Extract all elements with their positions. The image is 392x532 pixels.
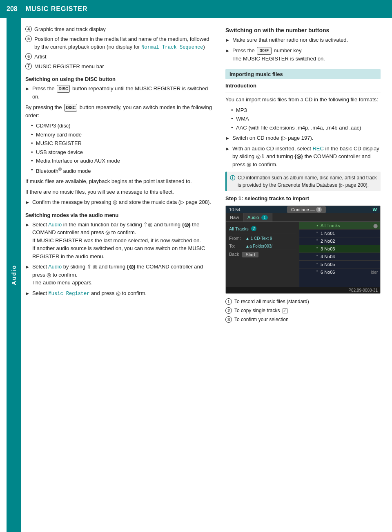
track-indicator: " bbox=[302, 270, 318, 275]
disc-arrow-item-2: ► Confirm the message by pressing ◎ and … bbox=[25, 198, 216, 206]
cap-num-1: 1 bbox=[225, 298, 232, 305]
arrow-icon: ► bbox=[25, 199, 30, 206]
list-item: 4 Graphic time and track display bbox=[25, 25, 216, 34]
import-arrow-text-1: Switch on CD mode (▷ page 197). bbox=[232, 134, 381, 142]
arrow-icon: ► bbox=[225, 145, 230, 152]
screen-track-row: " 6 No06 lder bbox=[299, 268, 380, 276]
track-indicator: • bbox=[302, 223, 318, 228]
screen-track-row: " 1 No01 bbox=[299, 230, 380, 237]
cap-text-1: To record all music files (standard) bbox=[234, 298, 309, 305]
section-importing-heading: Importing music files bbox=[225, 69, 381, 79]
arrow-icon: ► bbox=[25, 264, 30, 270]
track-name: 6 No06 bbox=[321, 270, 335, 275]
divider bbox=[225, 92, 381, 92]
dot-item: Media Interface or audio AUX mode bbox=[31, 157, 216, 165]
track-name: 5 No05 bbox=[321, 262, 335, 267]
screen-from-row: From: ▲ 1 CD-Text 9 bbox=[229, 235, 296, 242]
disc-button-2: DISC bbox=[64, 104, 77, 112]
track-name: 1 No01 bbox=[321, 231, 335, 236]
caption-list: 1 To record all music files (standard) 2… bbox=[225, 298, 381, 323]
audio-arrow-text-1: Select Audio in the main function bar by… bbox=[32, 221, 216, 261]
screen-track-row: " 5 No05 bbox=[299, 261, 380, 268]
page-title: MUSIC REGISTER bbox=[26, 5, 88, 13]
cap-num-3: 3 bbox=[225, 316, 232, 323]
audio-arrow-text-3: Select Music Register and press ◎ to con… bbox=[32, 289, 216, 297]
screen-to-value: ▲a Folder003/ bbox=[245, 244, 272, 248]
section-number-btns-heading: Switching on with the number buttons bbox=[225, 27, 381, 34]
screen-from-label: From: bbox=[229, 236, 244, 241]
disc-body-text: By pressing the DISC button repeatedly, … bbox=[25, 103, 216, 120]
track-indicator: " bbox=[302, 239, 318, 244]
track-indicator: " bbox=[302, 246, 318, 251]
sidebar-label: Audio bbox=[7, 253, 20, 297]
list-item: 6 Artist bbox=[25, 53, 216, 61]
intro-body: You can import music files from a CD in … bbox=[225, 96, 381, 104]
disc-footer-1: If music files are available, playback b… bbox=[25, 177, 216, 186]
page-header: 208 MUSIC REGISTER bbox=[0, 0, 392, 18]
caption-item-1: 1 To record all music files (standard) bbox=[225, 298, 381, 305]
info-icon: ⓘ bbox=[230, 174, 235, 182]
screen-nav-bar: Navi Audio 1 bbox=[226, 213, 380, 222]
number-arrow-1: ► Make sure that neither radio nor disc … bbox=[225, 36, 381, 44]
disc-arrow-text-2: Confirm the message by pressing ◎ and st… bbox=[32, 198, 216, 206]
dot-item: Bluetooth® audio mode bbox=[31, 166, 216, 175]
num3-button: 3DEF bbox=[257, 47, 272, 55]
arrow-icon: ► bbox=[225, 135, 230, 142]
arrow-icon: ► bbox=[225, 47, 230, 54]
screen-all-tracks: All Tracks bbox=[229, 226, 249, 231]
screen-actions-row: Back Start bbox=[229, 252, 296, 257]
import-arrow-1: ► Switch on CD mode (▷ page 197). bbox=[225, 134, 381, 142]
item-num-4: 4 bbox=[25, 26, 32, 32]
format-item: MP3 bbox=[231, 106, 381, 114]
disc-dot-list: CD/MP3 (disc) Memory card mode MUSIC REG… bbox=[25, 122, 216, 175]
screen-all-tracks-row: All Tracks 2 bbox=[229, 224, 296, 233]
sidebar: Audio bbox=[0, 18, 21, 532]
dot-item: MUSIC REGISTER bbox=[31, 139, 216, 148]
screen-back: Back bbox=[229, 252, 239, 257]
info-text: CD information such as album name, disc … bbox=[238, 174, 377, 189]
page-layout: Audio 4 Graphic time and track display 5… bbox=[0, 18, 392, 532]
left-column: 4 Graphic time and track display 5 Posit… bbox=[25, 25, 216, 525]
screen-top-bar: 10:54 Continue — 3 W bbox=[226, 206, 380, 213]
number-arrow-text-2: Press the 3DEF number key.The MUSIC REGI… bbox=[232, 47, 381, 63]
screen-from-value: ▲ 1 CD-Text 9 bbox=[245, 236, 272, 241]
format-item: WMA bbox=[231, 115, 381, 123]
cap-text-3: To confirm your selection bbox=[234, 316, 289, 323]
audio-arrow-text-2: Select Audio by sliding ⇧ ◎ and turning … bbox=[32, 263, 216, 287]
disc-footer-2: If there are no music files, you will se… bbox=[25, 188, 216, 196]
arrow-icon: ► bbox=[225, 37, 230, 44]
page-number: 208 bbox=[7, 5, 18, 13]
cap-text-2: To copy single tracks bbox=[234, 307, 287, 314]
list-item: 7 MUSIC REGISTER menu bar bbox=[25, 63, 216, 71]
info-box: ⓘ CD information such as album name, dis… bbox=[225, 172, 381, 191]
disc-button: DISC bbox=[57, 85, 70, 93]
audio-arrow-item-3: ► Select Music Register and press ◎ to c… bbox=[25, 289, 216, 297]
screen-badge-2: 2 bbox=[251, 226, 257, 231]
screen-time: 10:54 bbox=[229, 207, 241, 212]
screen-track-row: " 2 No02 bbox=[299, 237, 380, 245]
dot-item: CD/MP3 (disc) bbox=[31, 122, 216, 130]
arrow-icon: ► bbox=[25, 85, 30, 92]
screen-indicator: W bbox=[373, 207, 377, 212]
intro-numbered-list: 4 Graphic time and track display 5 Posit… bbox=[25, 25, 216, 70]
item-num-6: 6 bbox=[25, 53, 32, 60]
dot-item: Memory card mode bbox=[31, 131, 216, 139]
track-name: All Tracks bbox=[321, 223, 340, 228]
item-num-7: 7 bbox=[25, 63, 32, 69]
track-name: 4 No04 bbox=[321, 254, 335, 259]
cap-num-2: 2 bbox=[225, 307, 232, 314]
dot-item: USB storage device bbox=[31, 148, 216, 156]
item-text-4: Graphic time and track display bbox=[34, 25, 106, 34]
item-text-7: MUSIC REGISTER menu bar bbox=[34, 63, 104, 71]
screen-left-panel: All Tracks 2 From: ▲ 1 CD-Text 9 To: ▲a … bbox=[226, 222, 299, 287]
caption-item-3: 3 To confirm your selection bbox=[225, 316, 381, 323]
right-column: Switching on with the number buttons ► M… bbox=[225, 25, 381, 525]
screen-body: All Tracks 2 From: ▲ 1 CD-Text 9 To: ▲a … bbox=[226, 222, 380, 287]
arrow-icon: ► bbox=[25, 221, 30, 228]
screen-nav-navi: Navi bbox=[226, 213, 243, 221]
screen-nav-audio: Audio 1 bbox=[243, 213, 272, 221]
audio-arrow-item-1: ► Select Audio in the main function bar … bbox=[25, 221, 216, 261]
screen-continue: Continue — 3 bbox=[287, 206, 326, 213]
disc-arrow-item-1: ► Press the DISC button repeatedly until… bbox=[25, 85, 216, 101]
step1-heading: Step 1: selecting tracks to import bbox=[225, 195, 381, 201]
